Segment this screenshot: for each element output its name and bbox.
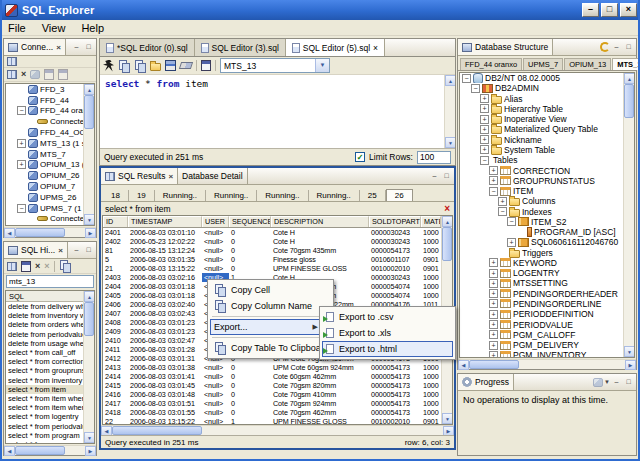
- scrollbar-thumb[interactable]: [15, 446, 65, 455]
- cell-soldtoparty[interactable]: 0000054173: [369, 399, 421, 408]
- minimize-button[interactable]: –: [582, 3, 599, 17]
- history-item[interactable]: select * from item where: [6, 394, 83, 403]
- maximize-view-icon[interactable]: □: [623, 42, 634, 52]
- connection-tree-item[interactable]: FFD_44: [6, 95, 83, 106]
- tree-toggle-icon[interactable]: [480, 125, 489, 134]
- cell-id[interactable]: 2410: [103, 336, 128, 345]
- scroll-down-icon[interactable]: ▼: [624, 346, 635, 357]
- db-tree-item[interactable]: DB2/NT 08.02.0005: [460, 73, 623, 83]
- cell-description[interactable]: UPM FINESSE GLOSS: [271, 417, 369, 424]
- close-session-icon[interactable]: ×: [21, 70, 26, 79]
- rollback-icon[interactable]: [58, 69, 68, 80]
- progress-view-tab[interactable]: Progress: [458, 374, 514, 390]
- scroll-up-icon[interactable]: ▲: [84, 291, 95, 302]
- scroll-left-icon[interactable]: ◀: [458, 360, 469, 370]
- scrollbar-thumb[interactable]: [624, 84, 634, 118]
- results-hscrollbar[interactable]: ◀ ▶: [101, 425, 454, 435]
- db-tree-item[interactable]: System Table: [460, 145, 623, 155]
- tree-toggle-icon[interactable]: [17, 106, 26, 115]
- db-hscrollbar[interactable]: ◀ ▶: [458, 359, 636, 369]
- close-view-icon[interactable]: ×: [56, 43, 61, 52]
- scroll-up-icon[interactable]: ▲: [442, 216, 453, 227]
- cell-soldtoparty[interactable]: 0000054074: [369, 282, 421, 291]
- cell-description[interactable]: Cote 70gsm 435mm: [271, 246, 369, 255]
- connection-tree-item[interactable]: Connected sir: [6, 214, 83, 225]
- close-view-icon[interactable]: ×: [168, 172, 173, 181]
- cell-id[interactable]: 2415: [103, 381, 128, 390]
- tree-toggle-icon[interactable]: [17, 139, 26, 148]
- history-vscrollbar[interactable]: ▲ ▼: [83, 291, 94, 443]
- cell-id[interactable]: 2403: [103, 273, 128, 282]
- tab-sql-editor-0[interactable]: *SQL Editor (0).sql: [100, 39, 195, 56]
- connections-hscrollbar[interactable]: ◀ ▶: [4, 227, 96, 237]
- history-column-header[interactable]: SQL: [6, 291, 83, 302]
- cell-id[interactable]: 2416: [103, 390, 128, 399]
- db-tree-item[interactable]: PENDINGORDERHEADER: [460, 289, 623, 299]
- tree-toggle-icon[interactable]: [489, 187, 498, 196]
- cell-id[interactable]: 2418: [103, 408, 128, 417]
- cell-soldtoparty[interactable]: 0000054173: [369, 408, 421, 417]
- connection-tree-item[interactable]: FFD_3: [6, 84, 83, 95]
- title-bar[interactable]: SQL Explorer – □ ×: [0, 0, 640, 20]
- cell-user[interactable]: <null>: [202, 381, 229, 390]
- history-item[interactable]: select * from call_off: [6, 348, 83, 357]
- cell-sequence[interactable]: 0: [229, 390, 271, 399]
- cell-mate[interactable]: 0901: [421, 255, 441, 264]
- cell-timestamp[interactable]: 2006-08-03 03:01:48: [128, 390, 202, 399]
- history-item[interactable]: delete from orders where: [6, 320, 83, 329]
- db-tree-item[interactable]: Materialized Query Table: [460, 124, 623, 134]
- history-item[interactable]: select * from correction: [6, 357, 83, 366]
- history-item[interactable]: select * from logentry: [6, 412, 83, 421]
- tab-sql-results[interactable]: SQL Results ×: [101, 168, 178, 184]
- cell-timestamp[interactable]: 2006-08-03 03:02:47: [128, 336, 202, 345]
- append-to-editor-icon[interactable]: [21, 261, 31, 272]
- tree-toggle-icon[interactable]: [480, 104, 489, 113]
- cell-soldtoparty[interactable]: 0000030243: [369, 228, 421, 237]
- connection-tree-item[interactable]: OPIUM_26: [6, 170, 83, 181]
- cell-timestamp[interactable]: 2006-05-23 12:02:22: [128, 237, 202, 246]
- cell-mate[interactable]: 1000: [421, 228, 441, 237]
- db-tree-item[interactable]: PERIODVALUE: [460, 319, 623, 329]
- column-header-soldtoparty[interactable]: SOLDTOPARTY: [369, 216, 421, 227]
- column-header-timestamp[interactable]: TIMESTAMP: [128, 216, 202, 227]
- table-row[interactable]: 2415 2006-08-03 03:01:45 <null> 0 Cote 7…: [103, 381, 441, 390]
- cell-mate[interactable]: 1000: [421, 291, 441, 300]
- cell-timestamp[interactable]: 2006-08-03 03:02:43: [128, 309, 202, 318]
- tree-toggle-icon[interactable]: [480, 135, 489, 144]
- save-file-icon[interactable]: [165, 60, 176, 71]
- cell-user[interactable]: <null>: [202, 237, 229, 246]
- db-tree-item[interactable]: PENDINGORDERLINE: [460, 299, 623, 309]
- db-tree-item[interactable]: Alias: [460, 94, 623, 104]
- cell-mate[interactable]: 0901: [421, 264, 441, 273]
- db-tree-item[interactable]: CORRECTION: [460, 165, 623, 175]
- table-row[interactable]: 22 2006-08-03 13:15:22 <null> 1 UPM FINE…: [103, 417, 441, 424]
- cell-id[interactable]: 2408: [103, 318, 128, 327]
- db-tree-item[interactable]: Triggers: [460, 248, 623, 258]
- scrollbar-thumb[interactable]: [84, 95, 94, 129]
- connection-tree-item[interactable]: OPIUM_7: [6, 181, 83, 192]
- new-connection-profile-icon[interactable]: [7, 57, 17, 66]
- cell-timestamp[interactable]: 2006-08-03 03:01:38: [128, 363, 202, 372]
- scrollbar-thumb[interactable]: [469, 360, 519, 369]
- db-tree-item[interactable]: PGM_DELIVERY: [460, 340, 623, 350]
- tree-toggle-icon[interactable]: [462, 74, 471, 83]
- result-set-tab[interactable]: 25: [360, 190, 386, 201]
- cell-timestamp[interactable]: 2006-08-03 03:01:10: [128, 228, 202, 237]
- history-item[interactable]: select * from program: [6, 431, 83, 440]
- cell-mate[interactable]: 1000: [421, 273, 441, 282]
- cell-id[interactable]: 2414: [103, 372, 128, 381]
- menu-item-export-xls[interactable]: Export to .xls: [322, 325, 453, 341]
- cell-mate[interactable]: 1000: [421, 237, 441, 246]
- history-view-tab[interactable]: SQL Hi... ×: [4, 242, 68, 258]
- clear-history-icon[interactable]: ×: [44, 262, 49, 271]
- history-item[interactable]: delete from delivery wher: [6, 302, 83, 311]
- cell-mate[interactable]: 1000: [421, 390, 441, 399]
- cell-soldtoparty[interactable]: 0010002010: [369, 264, 421, 273]
- cell-timestamp[interactable]: 2006-08-03 03:01:18: [128, 291, 202, 300]
- cell-sequence[interactable]: 0: [229, 363, 271, 372]
- new-session-icon[interactable]: [7, 70, 17, 79]
- db-tree-item[interactable]: PROGRAM_ID [ASC]: [460, 227, 623, 237]
- db-connection-tab[interactable]: FFD_44 oranxo: [460, 58, 522, 70]
- maximize-view-icon[interactable]: □: [83, 245, 94, 255]
- cell-timestamp[interactable]: 2006-08-03 03:01:28: [128, 345, 202, 354]
